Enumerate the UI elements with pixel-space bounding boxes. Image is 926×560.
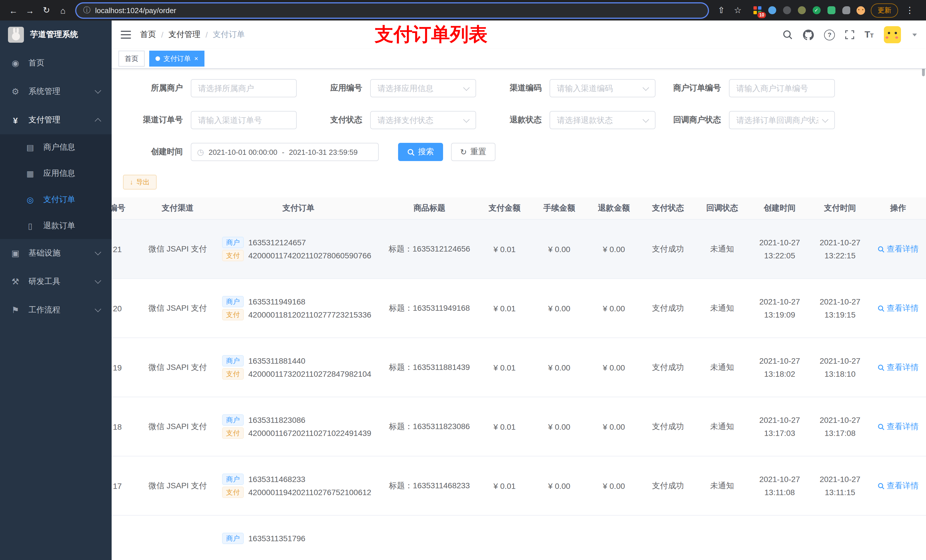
table-row[interactable]: 18 微信 JSAPI 支付 商户1635311823086 支付4200001… <box>112 397 926 456</box>
sidebar-item-app-info[interactable]: ▦ 应用信息 <box>0 160 112 187</box>
extension-icon[interactable] <box>841 5 851 15</box>
notify-status-select[interactable] <box>729 111 835 129</box>
page-annotation: 支付订单列表 <box>375 22 487 48</box>
help-icon[interactable]: ? <box>824 29 835 40</box>
pay-status-select[interactable] <box>370 111 476 129</box>
sidebar-item-merchant-info[interactable]: ▤ 商户信息 <box>0 134 112 160</box>
sidebar-item-devtools[interactable]: ⚒ 研发工具 <box>0 267 112 296</box>
view-detail-link[interactable]: 查看详情 <box>878 481 918 491</box>
app-id-select[interactable] <box>370 79 476 97</box>
sidebar-item-infrastructure[interactable]: ▣ 基础设施 <box>0 239 112 267</box>
app-header: 首页 / 支付管理 / 支付订单 支付订单列表 ? <box>112 21 926 49</box>
extension-badge: 10 <box>757 12 766 18</box>
bookmark-star-icon[interactable]: ☆ <box>730 3 746 18</box>
gear-icon: ⚙ <box>10 86 21 97</box>
status-badge: 支付成功 <box>641 456 695 515</box>
sidebar-item-pay-order[interactable]: ◎ 支付订单 <box>0 187 112 213</box>
extension-icon[interactable]: ✓ <box>811 5 821 15</box>
breadcrumb-home[interactable]: 首页 <box>140 30 156 40</box>
breadcrumb: 首页 / 支付管理 / 支付订单 <box>140 30 245 40</box>
github-icon[interactable] <box>803 29 814 40</box>
date-end: 2021-10-31 23:59:59 <box>289 148 358 156</box>
refresh-icon: ↻ <box>460 147 467 157</box>
extension-icon[interactable] <box>782 5 791 15</box>
refund-status-select[interactable] <box>549 111 655 129</box>
col-channel: 支付渠道 <box>140 198 215 219</box>
tab-pay-order[interactable]: 支付订单 × <box>149 51 204 66</box>
payment-submenu: ▤ 商户信息 ▦ 应用信息 ◎ 支付订单 ▯ 退款订单 <box>0 134 112 239</box>
document-icon: ▯ <box>25 221 35 231</box>
table-row[interactable]: 19 微信 JSAPI 支付 商户1635311881440 支付4200001… <box>112 338 926 397</box>
site-info-icon[interactable]: ⓘ <box>83 5 91 15</box>
search-icon[interactable] <box>782 30 793 40</box>
url-text: localhost:1024/pay/order <box>95 6 176 15</box>
table-row[interactable]: 21 微信 JSAPI 支付 商户1635312124657 支付4200001… <box>112 219 926 279</box>
breadcrumb-pay-mgmt[interactable]: 支付管理 <box>169 30 200 40</box>
search-button[interactable]: 搜索 <box>398 143 443 161</box>
chevron-down-icon <box>95 278 101 284</box>
font-size-icon[interactable]: TT <box>864 30 874 40</box>
col-notify: 回调状态 <box>695 198 749 219</box>
share-icon[interactable]: ⇧ <box>714 3 729 18</box>
col-id: 编号 <box>112 198 140 219</box>
pay-badge: 支付 <box>222 427 244 439</box>
merchant-badge: 商户 <box>222 414 244 426</box>
hamburger-icon[interactable] <box>121 31 131 39</box>
chevron-up-icon <box>95 118 101 125</box>
table-header-row: 编号 支付渠道 支付订单 商品标题 支付金额 手续金额 退款金额 支付状态 回调… <box>112 198 926 219</box>
col-action: 操作 <box>870 198 926 219</box>
home-icon[interactable]: ⌂ <box>55 3 71 18</box>
create-time-field: 创建时间 ◷ 2021-10-01 00:00:00 - 2021-10-31 … <box>123 143 379 161</box>
tools-icon: ⚒ <box>10 276 21 287</box>
view-detail-link[interactable]: 查看详情 <box>878 421 918 432</box>
logo-avatar <box>8 27 24 43</box>
extension-icon[interactable] <box>826 5 836 15</box>
channel-code-select[interactable] <box>549 79 655 97</box>
extension-icon[interactable]: 10 <box>752 5 762 15</box>
table-row[interactable]: 20 微信 JSAPI 支付 商户1635311949168 支付4200001… <box>112 279 926 338</box>
forward-icon[interactable]: → <box>22 3 38 18</box>
col-title: 商品标题 <box>381 198 477 219</box>
sidebar-item-system[interactable]: ⚙ 系统管理 <box>0 77 112 106</box>
sidebar-item-home[interactable]: ◉ 首页 <box>0 49 112 77</box>
channel-order-no-input[interactable] <box>191 111 297 129</box>
reset-button[interactable]: ↻ 重置 <box>451 143 495 161</box>
sidebar: 芋道管理系统 ◉ 首页 ⚙ 系统管理 ¥ 支付管理 ▤ 商户信息 <box>0 21 112 560</box>
view-detail-link[interactable]: 查看详情 <box>878 244 918 254</box>
merchant-input[interactable] <box>191 79 297 97</box>
sidebar-item-workflow[interactable]: ⚑ 工作流程 <box>0 296 112 325</box>
chevron-down-icon[interactable] <box>912 33 917 36</box>
target-icon: ◎ <box>25 195 35 204</box>
col-fee: 手续金额 <box>532 198 587 219</box>
sidebar-item-refund-order[interactable]: ▯ 退款订单 <box>0 213 112 239</box>
extension-icon[interactable] <box>797 5 806 15</box>
avatar[interactable] <box>884 26 901 43</box>
app-title: 芋道管理系统 <box>30 30 78 40</box>
export-button[interactable]: ↓ 导出 <box>123 175 157 190</box>
status-badge: 支付成功 <box>641 338 695 397</box>
extension-icon[interactable] <box>767 5 777 15</box>
col-refund: 退款金额 <box>587 198 641 219</box>
fullscreen-icon[interactable] <box>845 30 854 39</box>
date-range-picker[interactable]: ◷ 2021-10-01 00:00:00 - 2021-10-31 23:59… <box>191 143 379 161</box>
extension-icon[interactable] <box>856 5 865 15</box>
merchant-order-no-input[interactable] <box>729 79 835 97</box>
channel-order-no-field: 渠道订单号 <box>123 111 297 129</box>
notify-status-field: 回调商户状态 <box>661 111 835 129</box>
table-row[interactable]: 商户1635311351796 <box>112 515 926 560</box>
update-button[interactable]: 更新 <box>871 3 898 17</box>
url-bar[interactable]: ⓘ localhost:1024/pay/order <box>76 3 708 17</box>
filter-row: 渠道订单号 支付状态 退款状态 回调商户状态 <box>112 111 926 129</box>
date-start: 2021-10-01 00:00:00 <box>209 148 277 156</box>
tab-home[interactable]: 首页 <box>118 51 145 66</box>
sidebar-item-payment[interactable]: ¥ 支付管理 <box>0 106 112 134</box>
view-detail-link[interactable]: 查看详情 <box>878 303 918 313</box>
close-icon[interactable]: × <box>194 54 198 63</box>
status-badge: 支付成功 <box>641 219 695 279</box>
refresh-icon[interactable]: ↻ <box>39 3 54 18</box>
back-icon[interactable]: ← <box>6 3 21 18</box>
circle-icon <box>783 6 791 14</box>
table-row[interactable]: 17 微信 JSAPI 支付 商户1635311468233 支付4200001… <box>112 456 926 515</box>
view-detail-link[interactable]: 查看详情 <box>878 362 918 373</box>
kebab-menu-icon[interactable]: ⋮ <box>903 5 916 15</box>
